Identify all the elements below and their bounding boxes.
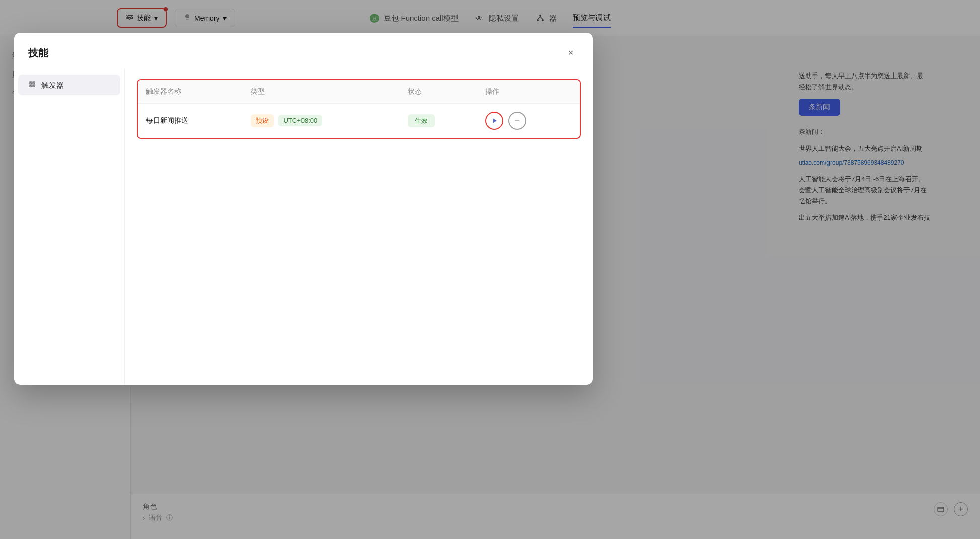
modal-sidebar: 触发器 (14, 69, 125, 385)
type-utc-tag: UTC+08:00 (278, 115, 322, 126)
col-header-status: 状态 (400, 80, 477, 104)
play-icon (490, 117, 498, 125)
minus-icon: − (515, 116, 520, 126)
play-button[interactable] (485, 112, 503, 130)
trigger-label: 触发器 (41, 81, 64, 90)
status-active-tag: 生效 (408, 114, 435, 127)
cell-trigger-status: 生效 (400, 104, 477, 138)
svg-point-17 (33, 82, 34, 83)
svg-point-16 (30, 82, 31, 83)
trigger-table-wrapper: 触发器名称 类型 状态 操作 每日新闻推送 预设 UTC+08:00 (137, 79, 581, 139)
minus-button[interactable]: − (508, 112, 526, 130)
modal-header: 技能 × (14, 33, 593, 69)
table-row: 每日新闻推送 预设 UTC+08:00 生效 (138, 104, 580, 138)
cell-trigger-type: 预设 UTC+08:00 (243, 104, 400, 138)
trigger-icon (28, 80, 36, 90)
modal-close-button[interactable]: × (563, 45, 579, 61)
svg-marker-20 (493, 118, 497, 123)
modal-body: 触发器 触发器名称 类型 状态 操作 (14, 69, 593, 385)
col-header-action: 操作 (477, 80, 580, 104)
close-icon: × (568, 48, 574, 58)
cell-trigger-action: − (477, 104, 580, 138)
action-buttons: − (485, 112, 572, 130)
cell-trigger-name: 每日新闻推送 (138, 104, 243, 138)
sidebar-item-trigger[interactable]: 触发器 (18, 75, 120, 95)
trigger-table: 触发器名称 类型 状态 操作 每日新闻推送 预设 UTC+08:00 (138, 80, 580, 138)
col-header-name: 触发器名称 (138, 80, 243, 104)
type-preset-tag: 预设 (251, 114, 274, 127)
skills-modal: 技能 × 触发器 (14, 33, 593, 385)
modal-title: 技能 (28, 46, 48, 60)
modal-main-content: 触发器名称 类型 状态 操作 每日新闻推送 预设 UTC+08:00 (125, 69, 593, 385)
table-header-row: 触发器名称 类型 状态 操作 (138, 80, 580, 104)
svg-point-19 (33, 85, 34, 86)
col-header-type: 类型 (243, 80, 400, 104)
svg-point-18 (30, 85, 31, 86)
